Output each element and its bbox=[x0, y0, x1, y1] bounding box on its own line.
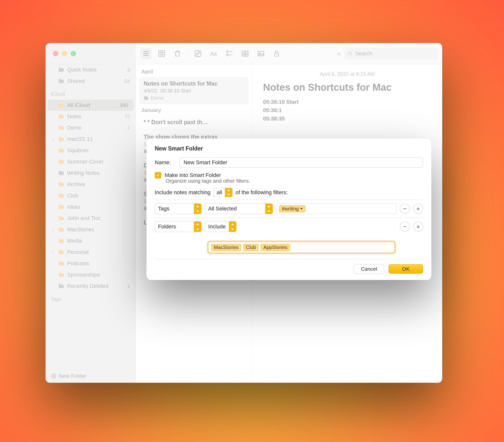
stepper-icon bbox=[225, 188, 232, 197]
note-line: 05:38:1 bbox=[263, 106, 432, 115]
table-button[interactable] bbox=[239, 48, 251, 59]
filter-tags-field[interactable]: #writing bbox=[276, 203, 396, 214]
note-date: April 6, 2022 at 8:15 AM bbox=[263, 71, 432, 77]
sidebar-item-media[interactable]: Media bbox=[46, 235, 136, 247]
sidebar-item-summer-cover[interactable]: Summer Cover bbox=[46, 156, 136, 167]
svg-point-7 bbox=[226, 54, 228, 56]
filter-row: Tags All Selected #writing − + bbox=[155, 200, 423, 218]
svg-rect-11 bbox=[275, 53, 279, 56]
folder-token[interactable]: AppStories bbox=[261, 244, 290, 251]
sidebar-item-john-and-ticc[interactable]: John and Ticc bbox=[46, 213, 136, 224]
sidebar-item-recently-deleted[interactable]: Recently Deleted1 bbox=[46, 280, 136, 292]
compose-icon bbox=[194, 50, 202, 57]
sidebar-item-writing-notes[interactable]: Writing Notes bbox=[46, 167, 136, 179]
stepper-icon bbox=[265, 204, 273, 214]
sidebar-item-sponsorships[interactable]: Sponsorships bbox=[46, 269, 136, 280]
note-list-item[interactable]: * * Don't scroll past th… bbox=[139, 116, 249, 129]
sidebar-section-icloud: iCloud bbox=[46, 88, 136, 100]
svg-point-12 bbox=[348, 52, 351, 55]
sidebar-item-all-icloud[interactable]: All iCloud390 bbox=[48, 100, 134, 111]
filter-row: Folders Include − + MacStories Club AppS… bbox=[155, 218, 423, 258]
lock-icon bbox=[273, 50, 281, 57]
folder-name-input[interactable] bbox=[180, 157, 423, 168]
stepper-icon bbox=[194, 221, 201, 232]
compose-button[interactable] bbox=[192, 48, 203, 59]
name-label: Name: bbox=[155, 159, 175, 166]
add-filter-button[interactable]: + bbox=[413, 222, 423, 232]
sidebar-item-club[interactable]: Club bbox=[46, 190, 136, 201]
smart-folder-subtitle: Organize using tags and other filters. bbox=[166, 178, 423, 184]
toolbar: Aa » bbox=[136, 43, 442, 64]
format-button[interactable]: Aa bbox=[208, 48, 219, 59]
remove-filter-button[interactable]: − bbox=[400, 204, 410, 214]
folder-token[interactable]: MacStories bbox=[211, 244, 241, 251]
svg-rect-3 bbox=[162, 54, 165, 56]
remove-filter-button[interactable]: − bbox=[400, 222, 410, 232]
new-folder-button[interactable]: New Folder bbox=[46, 369, 136, 383]
table-icon bbox=[241, 50, 249, 57]
grid-icon bbox=[158, 50, 166, 57]
note-title: Notes on Shortcuts for Mac bbox=[263, 82, 432, 93]
sidebar-item-demo[interactable]: Demo1 bbox=[46, 122, 136, 134]
list-icon bbox=[142, 50, 150, 57]
search-input[interactable] bbox=[355, 51, 434, 57]
filter-attribute-select[interactable]: Tags bbox=[155, 203, 201, 214]
note-line: 05:38:10 Start bbox=[263, 98, 432, 106]
ok-button[interactable]: OK bbox=[389, 264, 423, 274]
media-button[interactable] bbox=[255, 48, 267, 59]
minimize-window-button[interactable] bbox=[62, 51, 67, 56]
sidebar-item-personal[interactable]: ›Personal bbox=[46, 247, 136, 258]
smart-folder-checkbox[interactable]: ✓ bbox=[155, 172, 161, 178]
sidebar-section-tags: Tags bbox=[46, 293, 136, 305]
sidebar-item-ideas[interactable]: Ideas bbox=[46, 201, 136, 213]
sidebar-item-podcasts[interactable]: ›Podcasts bbox=[46, 258, 136, 269]
folder-token[interactable]: Club bbox=[243, 244, 259, 251]
zoom-window-button[interactable] bbox=[71, 51, 76, 56]
filter-operator-value: Include bbox=[205, 221, 229, 232]
list-view-button[interactable] bbox=[140, 48, 152, 59]
filter-attribute-value: Tags bbox=[155, 204, 194, 214]
note-list-item[interactable]: Notes on Shortcuts for Mac4/6/2205:38:10… bbox=[139, 77, 249, 104]
add-filter-button[interactable]: + bbox=[413, 204, 423, 214]
toolbar-overflow-button[interactable]: » bbox=[337, 50, 340, 57]
smart-folder-checkbox-label: Make into Smart Folder bbox=[165, 172, 221, 178]
chevron-down-icon bbox=[300, 208, 303, 210]
filter-operator-select[interactable]: Include bbox=[205, 221, 236, 232]
checklist-button[interactable] bbox=[224, 48, 235, 59]
filter-operator-select[interactable]: All Selected bbox=[205, 203, 273, 214]
include-text-post: of the following filters: bbox=[235, 189, 288, 196]
delete-note-button[interactable] bbox=[172, 48, 183, 59]
filter-folders-field[interactable]: MacStories Club AppStories bbox=[208, 242, 395, 253]
sidebar-item-macos-11[interactable]: ›macOS 11 bbox=[46, 134, 136, 145]
new-smart-folder-dialog: New Smart Folder Name: ✓ Make into Smart… bbox=[146, 138, 432, 280]
include-text-pre: Include notes matching bbox=[155, 189, 210, 196]
match-mode-value: all bbox=[214, 188, 225, 197]
tag-token[interactable]: #writing bbox=[279, 205, 306, 212]
dialog-title: New Smart Folder bbox=[155, 145, 423, 152]
search-field[interactable] bbox=[344, 48, 438, 59]
lock-button[interactable] bbox=[271, 48, 282, 59]
grid-view-button[interactable] bbox=[156, 48, 167, 59]
titlebar: Aa » bbox=[46, 43, 442, 64]
sidebar-item-notes[interactable]: Notes72 bbox=[46, 111, 136, 122]
checklist-icon bbox=[225, 50, 233, 57]
sidebar-item-archive[interactable]: Archive bbox=[46, 179, 136, 190]
text-format-icon: Aa bbox=[210, 50, 217, 57]
match-mode-select[interactable]: all bbox=[213, 188, 233, 197]
sidebar: Quick Notes3Shared54 iCloud All iCloud39… bbox=[46, 64, 136, 383]
svg-text:Aa: Aa bbox=[210, 51, 217, 57]
sidebar-item-shared[interactable]: Shared54 bbox=[46, 75, 136, 87]
close-window-button[interactable] bbox=[53, 51, 58, 56]
sidebar-item-squibner[interactable]: Squibner bbox=[46, 145, 136, 156]
svg-rect-0 bbox=[159, 51, 161, 53]
filter-operator-value: All Selected bbox=[205, 204, 265, 214]
list-section-header: April bbox=[139, 66, 249, 77]
sidebar-item-quick-notes[interactable]: Quick Notes3 bbox=[46, 64, 136, 75]
sidebar-item-macstories[interactable]: ›MacStories bbox=[46, 224, 136, 235]
filter-attribute-select[interactable]: Folders bbox=[155, 221, 201, 232]
cancel-button[interactable]: Cancel bbox=[354, 264, 384, 274]
note-line: 05:38:35 bbox=[263, 115, 432, 123]
new-folder-label: New Folder bbox=[59, 373, 86, 379]
svg-rect-2 bbox=[159, 54, 161, 56]
plus-circle-icon bbox=[51, 374, 56, 379]
